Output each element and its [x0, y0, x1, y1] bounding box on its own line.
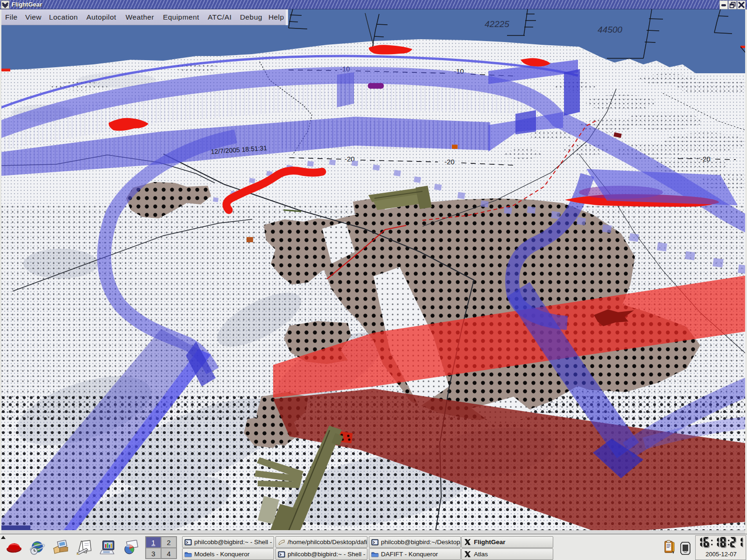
svg-text:-20: -20 [444, 158, 455, 166]
svg-text:-20: -20 [700, 155, 711, 163]
svg-text:44500: 44500 [598, 25, 622, 35]
svg-text:42225: 42225 [485, 19, 509, 29]
